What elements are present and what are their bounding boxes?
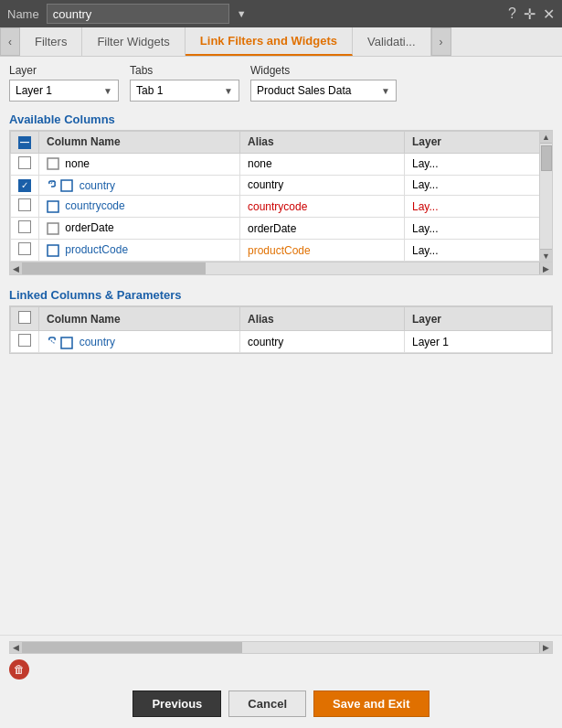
available-row-alias-2: countrycode <box>240 196 405 218</box>
available-row-layer-1: Lay... <box>405 175 552 196</box>
bottom-hscroll-left[interactable]: ◀ <box>10 642 23 653</box>
bottom-hscroll-right[interactable]: ▶ <box>539 642 552 653</box>
move-icon[interactable]: ✛ <box>524 5 535 23</box>
available-check-1[interactable]: ✓ <box>11 175 39 196</box>
linked-row-0: country country Layer 1 <box>11 331 552 353</box>
widgets-arrow: ▼ <box>381 86 390 96</box>
available-row-alias-3: orderDate <box>240 218 405 240</box>
available-row-4: productCode productCode Lay... <box>11 240 552 262</box>
header-icons: ? ✛ ✕ <box>508 5 555 23</box>
page-wrapper: Name ▼ ? ✛ ✕ ‹ Filters Filter Widgets Li… <box>0 0 562 728</box>
available-row-alias-0: none <box>240 153 405 175</box>
available-col-check-header[interactable]: — <box>11 132 39 154</box>
available-row-name-0: none <box>65 157 90 170</box>
linked-check-0[interactable] <box>11 331 39 353</box>
hscroll-left[interactable]: ◀ <box>10 262 23 274</box>
linked-name-icon-0 <box>60 336 79 348</box>
tabs-select[interactable]: Tab 1 ▼ <box>130 80 239 102</box>
layer-label: Layer <box>9 64 119 77</box>
tabs-control: Tabs Tab 1 ▼ <box>130 64 239 102</box>
vscroll-thumb <box>541 145 552 171</box>
available-name-icon-0 <box>47 157 65 170</box>
available-col-name-header: Column Name <box>39 132 240 154</box>
tab-validation[interactable]: Validati... <box>353 27 431 56</box>
layer-control: Layer Layer 1 ▼ <box>9 64 119 102</box>
hscroll-right[interactable]: ▶ <box>539 262 552 274</box>
linked-check-all[interactable] <box>18 311 31 324</box>
name-dropdown-arrow[interactable]: ▼ <box>237 8 247 19</box>
tabs-arrow: ▼ <box>224 86 233 96</box>
available-columns-table: — Column Name Alias Layer <box>10 131 552 262</box>
controls-row: Layer Layer 1 ▼ Tabs Tab 1 ▼ Widgets Pro… <box>0 57 562 107</box>
available-col-alias-header: Alias <box>240 132 405 154</box>
available-vscroll[interactable]: ▲ ▼ <box>539 131 552 262</box>
available-name-icon-2 <box>47 199 65 212</box>
vscroll-up[interactable]: ▲ <box>540 131 552 144</box>
help-icon[interactable]: ? <box>508 5 516 22</box>
available-columns-table-outer: — Column Name Alias Layer <box>9 130 553 262</box>
hscroll-thumb <box>23 262 206 274</box>
trash-row: 🗑 <box>0 656 562 683</box>
vscroll-down[interactable]: ▼ <box>540 249 552 262</box>
available-row-2: countrycode countrycode Lay... <box>11 196 552 218</box>
hscroll-track <box>23 262 539 274</box>
linked-row-alias-0: country <box>240 331 405 353</box>
layer-select[interactable]: Layer 1 ▼ <box>9 80 119 102</box>
svg-rect-0 <box>48 158 58 169</box>
available-col-layer-header: Layer <box>405 132 552 154</box>
available-name-icon-3 <box>47 221 65 234</box>
available-name-icon-1 <box>60 179 79 192</box>
svg-rect-5 <box>61 337 72 348</box>
available-check-4[interactable] <box>11 240 39 262</box>
name-input[interactable] <box>47 4 229 24</box>
tab-link-filters[interactable]: Link Filters and Widgets <box>186 27 353 56</box>
available-row-name-1: country <box>80 179 115 192</box>
available-check-0[interactable] <box>11 153 39 175</box>
widgets-select[interactable]: Product Sales Data ▼ <box>250 80 397 102</box>
available-check-2[interactable] <box>11 196 39 218</box>
linked-col-name-header: Column Name <box>39 307 240 331</box>
available-row-0: none none Lay... <box>11 153 552 175</box>
content-area: Layer Layer 1 ▼ Tabs Tab 1 ▼ Widgets Pro… <box>0 57 562 635</box>
available-row-layer-4: Lay... <box>405 240 552 262</box>
save-exit-button[interactable]: Save and Exit <box>313 691 429 717</box>
available-row-name-3: orderDate <box>65 221 113 234</box>
header-left: Name ▼ <box>7 4 247 24</box>
available-row-alias-4: productCode <box>240 240 405 262</box>
linked-columns-table-outer: Column Name Alias Layer <box>9 305 553 354</box>
available-row-alias-1: country <box>240 175 405 196</box>
available-hscroll[interactable]: ◀ ▶ <box>9 262 553 275</box>
available-row-name-4: productCode <box>65 243 128 256</box>
available-row-layer-3: Lay... <box>405 218 552 240</box>
tab-filter-widgets[interactable]: Filter Widgets <box>82 27 185 56</box>
tab-filters[interactable]: Filters <box>20 27 82 56</box>
widgets-control: Widgets Product Sales Data ▼ <box>250 64 397 102</box>
bottom-hscroll-thumb <box>23 642 242 653</box>
footer-area: ◀ ▶ 🗑 Previous Cancel Save and Exit <box>0 635 562 728</box>
available-row-layer-2: Lay... <box>405 196 552 218</box>
delete-button[interactable]: 🗑 <box>9 659 29 680</box>
available-name-icon-4 <box>47 243 65 256</box>
cancel-button[interactable]: Cancel <box>228 691 306 717</box>
tab-nav-prev[interactable]: ‹ <box>0 27 20 56</box>
previous-button[interactable]: Previous <box>133 691 221 717</box>
svg-rect-2 <box>48 201 58 212</box>
available-check-3[interactable] <box>11 218 39 240</box>
available-columns-title: Available Columns <box>0 107 562 130</box>
linked-row-layer-0: Layer 1 <box>405 331 552 353</box>
linked-col-check-header[interactable] <box>11 307 39 331</box>
svg-rect-3 <box>48 223 58 234</box>
linked-col-layer-header: Layer <box>405 307 552 331</box>
tab-nav-next[interactable]: › <box>431 27 451 56</box>
close-icon[interactable]: ✕ <box>543 5 555 23</box>
layer-arrow: ▼ <box>103 86 112 96</box>
available-check-all[interactable]: — <box>18 136 31 149</box>
header-bar: Name ▼ ? ✛ ✕ <box>0 0 562 27</box>
bottom-hscroll[interactable]: ◀ ▶ <box>9 641 553 654</box>
svg-rect-1 <box>61 180 72 191</box>
linked-columns-table: Column Name Alias Layer <box>10 306 552 353</box>
button-row: Previous Cancel Save and Exit <box>0 683 562 728</box>
linked-link-icon-0 <box>47 335 58 346</box>
svg-rect-4 <box>48 245 58 256</box>
available-row-layer-0: Lay... <box>405 153 552 175</box>
